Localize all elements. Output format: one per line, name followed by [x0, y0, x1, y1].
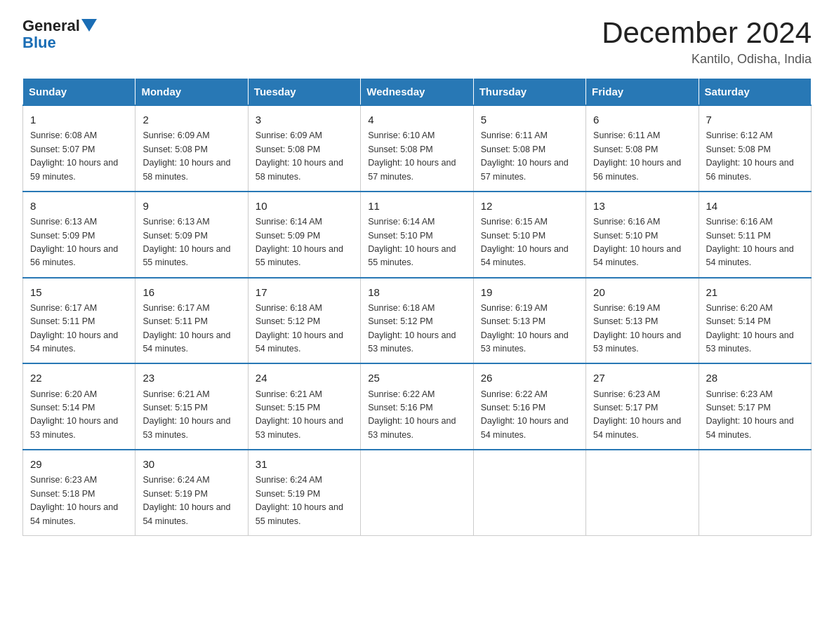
day-number: 8: [30, 198, 128, 214]
calendar-cell: 1Sunrise: 6:08 AMSunset: 5:07 PMDaylight…: [23, 105, 135, 192]
calendar-cell: 13Sunrise: 6:16 AMSunset: 5:10 PMDayligh…: [586, 192, 699, 278]
day-info: Sunrise: 6:16 AMSunset: 5:11 PMDaylight:…: [706, 215, 804, 270]
col-header-sunday: Sunday: [23, 79, 135, 106]
col-header-friday: Friday: [586, 79, 699, 106]
calendar-cell: 25Sunrise: 6:22 AMSunset: 5:16 PMDayligh…: [361, 363, 473, 450]
col-header-monday: Monday: [135, 79, 248, 106]
calendar-table: SundayMondayTuesdayWednesdayThursdayFrid…: [22, 78, 812, 536]
logo-text-general: General: [22, 17, 80, 35]
day-info: Sunrise: 6:16 AMSunset: 5:10 PMDaylight:…: [593, 215, 691, 270]
logo-text-blue: Blue: [22, 34, 56, 52]
day-info: Sunrise: 6:20 AMSunset: 5:14 PMDaylight:…: [706, 302, 804, 356]
day-info: Sunrise: 6:17 AMSunset: 5:11 PMDaylight:…: [143, 302, 240, 356]
calendar-header-row: SundayMondayTuesdayWednesdayThursdayFrid…: [23, 79, 812, 106]
day-number: 4: [368, 112, 465, 128]
day-number: 18: [368, 284, 465, 300]
day-info: Sunrise: 6:24 AMSunset: 5:19 PMDaylight:…: [143, 474, 240, 528]
day-info: Sunrise: 6:14 AMSunset: 5:09 PMDaylight:…: [256, 215, 353, 270]
calendar-cell: 2Sunrise: 6:09 AMSunset: 5:08 PMDaylight…: [135, 105, 248, 192]
day-info: Sunrise: 6:19 AMSunset: 5:13 PMDaylight:…: [593, 302, 691, 356]
day-info: Sunrise: 6:18 AMSunset: 5:12 PMDaylight:…: [368, 302, 465, 356]
day-info: Sunrise: 6:23 AMSunset: 5:18 PMDaylight:…: [30, 474, 128, 528]
day-info: Sunrise: 6:23 AMSunset: 5:17 PMDaylight:…: [706, 388, 804, 443]
week-row-4: 22Sunrise: 6:20 AMSunset: 5:14 PMDayligh…: [23, 363, 812, 450]
day-info: Sunrise: 6:19 AMSunset: 5:13 PMDaylight:…: [481, 302, 578, 356]
week-row-2: 8Sunrise: 6:13 AMSunset: 5:09 PMDaylight…: [23, 192, 812, 278]
col-header-wednesday: Wednesday: [361, 79, 473, 106]
day-info: Sunrise: 6:09 AMSunset: 5:08 PMDaylight:…: [143, 129, 240, 184]
day-number: 3: [256, 112, 353, 128]
day-number: 17: [256, 284, 353, 300]
day-number: 26: [481, 370, 578, 386]
day-info: Sunrise: 6:22 AMSunset: 5:16 PMDaylight:…: [368, 388, 465, 443]
calendar-cell: 27Sunrise: 6:23 AMSunset: 5:17 PMDayligh…: [586, 363, 699, 450]
day-number: 16: [143, 284, 240, 300]
calendar-cell: 14Sunrise: 6:16 AMSunset: 5:11 PMDayligh…: [699, 192, 811, 278]
day-number: 14: [706, 198, 804, 214]
day-number: 9: [143, 198, 240, 214]
day-info: Sunrise: 6:17 AMSunset: 5:11 PMDaylight:…: [30, 302, 128, 356]
calendar-cell: 15Sunrise: 6:17 AMSunset: 5:11 PMDayligh…: [23, 278, 135, 364]
day-number: 25: [368, 370, 465, 386]
day-number: 7: [706, 112, 804, 128]
calendar-cell: 20Sunrise: 6:19 AMSunset: 5:13 PMDayligh…: [586, 278, 699, 364]
day-number: 1: [30, 112, 128, 128]
col-header-tuesday: Tuesday: [248, 79, 360, 106]
calendar-cell: 4Sunrise: 6:10 AMSunset: 5:08 PMDaylight…: [361, 105, 473, 192]
day-number: 12: [481, 198, 578, 214]
calendar-cell: 7Sunrise: 6:12 AMSunset: 5:08 PMDaylight…: [699, 105, 811, 192]
calendar-cell: 11Sunrise: 6:14 AMSunset: 5:10 PMDayligh…: [361, 192, 473, 278]
calendar-cell: 16Sunrise: 6:17 AMSunset: 5:11 PMDayligh…: [135, 278, 248, 364]
day-info: Sunrise: 6:22 AMSunset: 5:16 PMDaylight:…: [481, 388, 578, 443]
day-info: Sunrise: 6:18 AMSunset: 5:12 PMDaylight:…: [256, 302, 353, 356]
calendar-cell: 22Sunrise: 6:20 AMSunset: 5:14 PMDayligh…: [23, 363, 135, 450]
calendar-cell: 26Sunrise: 6:22 AMSunset: 5:16 PMDayligh…: [473, 363, 585, 450]
day-info: Sunrise: 6:15 AMSunset: 5:10 PMDaylight:…: [481, 215, 578, 270]
day-number: 11: [368, 198, 465, 214]
month-title: December 2024: [602, 17, 812, 49]
day-info: Sunrise: 6:08 AMSunset: 5:07 PMDaylight:…: [30, 129, 128, 184]
calendar-cell: 24Sunrise: 6:21 AMSunset: 5:15 PMDayligh…: [248, 363, 360, 450]
day-info: Sunrise: 6:13 AMSunset: 5:09 PMDaylight:…: [30, 215, 128, 270]
day-info: Sunrise: 6:13 AMSunset: 5:09 PMDaylight:…: [143, 215, 240, 270]
day-info: Sunrise: 6:23 AMSunset: 5:17 PMDaylight:…: [593, 388, 691, 443]
day-number: 2: [143, 112, 240, 128]
week-row-5: 29Sunrise: 6:23 AMSunset: 5:18 PMDayligh…: [23, 450, 812, 535]
day-info: Sunrise: 6:24 AMSunset: 5:19 PMDaylight:…: [256, 474, 353, 528]
calendar-cell: [473, 450, 585, 535]
calendar-cell: 8Sunrise: 6:13 AMSunset: 5:09 PMDaylight…: [23, 192, 135, 278]
day-info: Sunrise: 6:11 AMSunset: 5:08 PMDaylight:…: [593, 129, 691, 184]
day-number: 24: [256, 370, 353, 386]
day-info: Sunrise: 6:21 AMSunset: 5:15 PMDaylight:…: [256, 388, 353, 443]
day-number: 13: [593, 198, 691, 214]
svg-marker-0: [81, 19, 97, 32]
calendar-cell: [586, 450, 699, 535]
logo: General Blue: [22, 17, 97, 52]
calendar-cell: [699, 450, 811, 535]
location-text: Kantilo, Odisha, India: [602, 52, 812, 67]
calendar-cell: 21Sunrise: 6:20 AMSunset: 5:14 PMDayligh…: [699, 278, 811, 364]
week-row-3: 15Sunrise: 6:17 AMSunset: 5:11 PMDayligh…: [23, 278, 812, 364]
logo-arrow-icon: [81, 19, 97, 33]
page-header: General Blue December 2024 Kantilo, Odis…: [22, 17, 812, 67]
calendar-cell: 31Sunrise: 6:24 AMSunset: 5:19 PMDayligh…: [248, 450, 360, 535]
calendar-cell: 3Sunrise: 6:09 AMSunset: 5:08 PMDaylight…: [248, 105, 360, 192]
calendar-cell: 29Sunrise: 6:23 AMSunset: 5:18 PMDayligh…: [23, 450, 135, 535]
calendar-cell: [361, 450, 473, 535]
day-number: 6: [593, 112, 691, 128]
calendar-cell: 19Sunrise: 6:19 AMSunset: 5:13 PMDayligh…: [473, 278, 585, 364]
calendar-cell: 18Sunrise: 6:18 AMSunset: 5:12 PMDayligh…: [361, 278, 473, 364]
calendar-cell: 6Sunrise: 6:11 AMSunset: 5:08 PMDaylight…: [586, 105, 699, 192]
day-number: 27: [593, 370, 691, 386]
col-header-saturday: Saturday: [699, 79, 811, 106]
day-info: Sunrise: 6:12 AMSunset: 5:08 PMDaylight:…: [706, 129, 804, 184]
day-info: Sunrise: 6:09 AMSunset: 5:08 PMDaylight:…: [256, 129, 353, 184]
day-info: Sunrise: 6:11 AMSunset: 5:08 PMDaylight:…: [481, 129, 578, 184]
calendar-cell: 10Sunrise: 6:14 AMSunset: 5:09 PMDayligh…: [248, 192, 360, 278]
day-number: 28: [706, 370, 804, 386]
day-number: 31: [256, 456, 353, 472]
calendar-cell: 23Sunrise: 6:21 AMSunset: 5:15 PMDayligh…: [135, 363, 248, 450]
day-info: Sunrise: 6:20 AMSunset: 5:14 PMDaylight:…: [30, 388, 128, 443]
day-number: 5: [481, 112, 578, 128]
title-block: December 2024 Kantilo, Odisha, India: [602, 17, 812, 67]
